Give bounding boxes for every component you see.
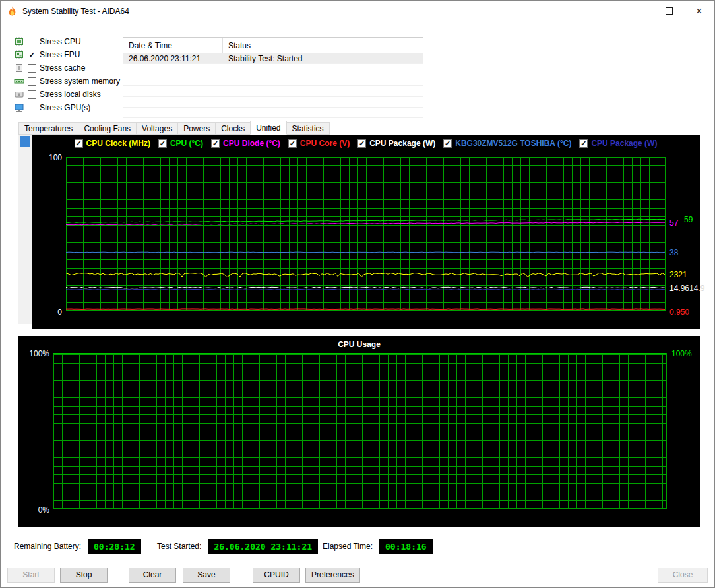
axis-value-label: 2321	[669, 270, 687, 279]
stress-option-label: Stress GPU(s)	[40, 103, 90, 112]
stress-checkbox[interactable]	[28, 38, 36, 46]
legend-item: ✓CPU (°C)	[158, 139, 203, 148]
stress-option: Stress system memory	[14, 75, 120, 88]
cell-status: Stability Test: Started	[223, 54, 423, 63]
unified-left-axis: 1000	[36, 157, 63, 311]
legend-checkbox[interactable]: ✓	[579, 139, 588, 148]
unified-legend: ✓CPU Clock (MHz)✓CPU (°C)✓CPU Diode (°C)…	[32, 139, 700, 148]
close-window-button[interactable]: ×	[684, 1, 714, 21]
status-value: 26.06.2020 23:11:21	[208, 539, 318, 554]
log-table-body: 26.06.2020 23:11:21Stability Test: Start…	[123, 53, 423, 118]
gpu-icon	[14, 102, 25, 113]
legend-label: CPU Diode (°C)	[223, 139, 280, 148]
disk-icon	[14, 89, 25, 100]
stress-option-label: Stress local disks	[40, 90, 101, 99]
left-buttons: StartStopClearSaveCPUIDPreferences	[7, 568, 360, 583]
legend-item: ✓CPU Core (V)	[288, 139, 350, 148]
tab-cooling-fans[interactable]: Cooling Fans	[78, 122, 137, 135]
maximize-button[interactable]	[654, 1, 684, 21]
axis-value-label: 57	[669, 218, 678, 228]
stress-option: Stress GPU(s)	[14, 101, 120, 114]
axis-value-label: 38	[669, 248, 678, 257]
unified-chart: ✓CPU Clock (MHz)✓CPU (°C)✓CPU Diode (°C)…	[32, 135, 700, 329]
table-row-empty	[123, 64, 423, 75]
preferences-button[interactable]: Preferences	[305, 568, 360, 583]
stress-option: Stress CPU	[14, 35, 120, 48]
legend-label: KBG30ZMV512G TOSHIBA (°C)	[455, 139, 571, 148]
legend-item: ✓CPU Package (W)	[579, 139, 657, 148]
chart-scrollbar-thumb[interactable]	[20, 136, 30, 147]
start-button: Start	[7, 568, 55, 583]
tab-voltages[interactable]: Voltages	[136, 122, 178, 135]
tab-temperatures[interactable]: Temperatures	[18, 122, 78, 135]
log-table: Date & Time Status 26.06.2020 23:11:21St…	[123, 37, 423, 114]
legend-checkbox[interactable]: ✓	[211, 139, 220, 148]
legend-label: CPU Package (W)	[591, 139, 657, 148]
legend-item: ✓CPU Diode (°C)	[211, 139, 280, 148]
stress-option-label: Stress cache	[40, 63, 85, 73]
legend-label: CPU Core (V)	[300, 139, 350, 148]
stress-checkbox[interactable]	[28, 90, 36, 99]
tab-powers[interactable]: Powers	[177, 122, 216, 135]
cell-datetime: 26.06.2020 23:11:21	[123, 54, 223, 63]
cpu-usage-left-axis: 100%0%	[21, 353, 51, 509]
stress-checkbox[interactable]: ✓	[28, 51, 36, 59]
status-value: 00:28:12	[88, 539, 141, 554]
axis-value-label: 59	[684, 215, 693, 224]
tab-statistics[interactable]: Statistics	[286, 122, 330, 135]
stress-checkbox[interactable]	[28, 104, 36, 112]
status-label: Test Started:	[157, 542, 201, 551]
status-group: Test Started:26.06.2020 23:11:21	[157, 538, 318, 555]
cpu-usage-chart: CPU Usage 100%0% 100%	[18, 336, 700, 527]
table-row-empty	[123, 86, 423, 96]
title-bar: System Stability Test - AIDA64 ×	[1, 1, 714, 22]
axis-value-label: 100	[49, 153, 62, 162]
fpu-icon	[14, 49, 25, 60]
axis-value-label: 0%	[38, 506, 49, 515]
column-header-datetime: Date & Time	[123, 38, 223, 53]
cpu-usage-right-values: 100%	[669, 353, 699, 509]
aida64-flame-icon	[7, 6, 18, 17]
stress-option: ✓Stress FPU	[14, 48, 120, 61]
table-row[interactable]: 26.06.2020 23:11:21Stability Test: Start…	[123, 53, 423, 64]
axis-value-label: 100%	[671, 349, 692, 358]
unified-right-values: 575938232114.9614.90.950	[668, 157, 699, 311]
clear-button[interactable]: Clear	[129, 568, 176, 583]
legend-checkbox[interactable]: ✓	[443, 139, 452, 148]
tab-unified[interactable]: Unified	[250, 121, 286, 135]
legend-checkbox[interactable]: ✓	[358, 139, 366, 148]
stop-button[interactable]: Stop	[60, 568, 108, 583]
unified-plot	[66, 157, 666, 311]
tab-clocks[interactable]: Clocks	[215, 122, 251, 135]
legend-label: CPU Package (W)	[369, 139, 435, 148]
window-title: System Stability Test - AIDA64	[22, 7, 129, 16]
legend-item: ✓KBG30ZMV512G TOSHIBA (°C)	[443, 139, 571, 148]
unified-chart-panel: ✓CPU Clock (MHz)✓CPU (°C)✓CPU Diode (°C)…	[18, 135, 700, 329]
status-label: Elapsed Time:	[323, 542, 373, 551]
stress-checkbox[interactable]	[28, 64, 36, 73]
status-bar: Remaining Battery:00:28:12Test Started:2…	[1, 538, 714, 556]
memory-icon	[14, 76, 25, 86]
stress-option-label: Stress CPU	[40, 37, 81, 46]
legend-checkbox[interactable]: ✓	[75, 139, 83, 148]
legend-checkbox[interactable]: ✓	[288, 139, 297, 148]
legend-label: CPU Clock (MHz)	[86, 139, 150, 148]
status-label: Remaining Battery:	[14, 542, 81, 551]
minimize-button[interactable]	[623, 1, 654, 21]
legend-checkbox[interactable]: ✓	[158, 139, 167, 148]
app-window: System Stability Test - AIDA64 × Stress …	[0, 0, 715, 588]
chart-scrollbar[interactable]	[18, 135, 32, 324]
axis-value-label: 14.9	[689, 284, 704, 293]
table-row-empty	[123, 75, 423, 86]
log-table-header: Date & Time Status	[123, 38, 423, 53]
axis-value-label: 100%	[29, 349, 49, 358]
close-button: Close	[658, 568, 708, 583]
legend-item: ✓CPU Clock (MHz)	[75, 139, 150, 148]
save-button[interactable]: Save	[183, 568, 230, 583]
stress-option-label: Stress system memory	[40, 77, 120, 86]
stress-checkbox[interactable]	[28, 77, 36, 86]
cpuid-button[interactable]: CPUID	[253, 568, 300, 583]
table-row-empty	[123, 97, 423, 108]
stress-options: Stress CPU✓Stress FPUStress cacheStress …	[14, 35, 120, 114]
stress-option-label: Stress FPU	[40, 50, 80, 59]
